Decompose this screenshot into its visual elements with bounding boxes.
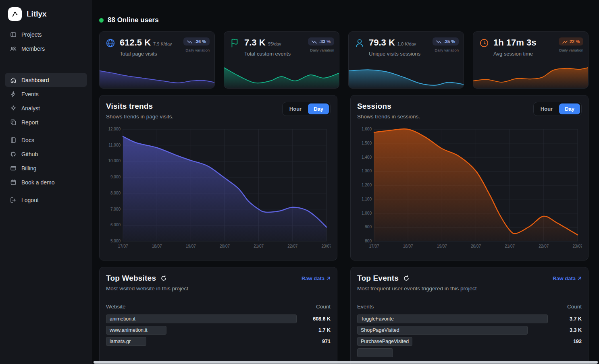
svg-text:6.000: 6.000	[110, 223, 121, 227]
panel-subtitle: Shows trends in sessions.	[357, 114, 420, 120]
raw-data-label: Raw data	[553, 275, 576, 281]
svg-text:1.200: 1.200	[362, 183, 372, 187]
sidebar-item-members[interactable]: Members	[5, 41, 87, 56]
sidebar-item-events[interactable]: Events	[5, 87, 87, 101]
stat-value: 1h 17m 3s	[493, 37, 536, 48]
row-label: www.animetion.it	[110, 327, 148, 333]
sidebar-item-label: Billing	[21, 165, 36, 172]
svg-text:900: 900	[365, 225, 372, 229]
stat-rate: 7.9 K/day	[153, 41, 172, 46]
row-bar: www.animetion.it	[106, 326, 166, 335]
sessions-sparkline	[349, 64, 464, 88]
sidebar-item-label: Dashboard	[21, 77, 49, 83]
tables-row: Top Websites Raw data Most visited websi…	[99, 267, 589, 364]
svg-text:23/07: 23/07	[572, 244, 582, 248]
panel-title: Sessions	[357, 102, 420, 111]
svg-text:22/07: 22/07	[287, 244, 297, 248]
sidebar-item-label: Events	[21, 91, 39, 97]
horizontal-scrollbar-thumb[interactable]	[94, 361, 598, 364]
sparkle-icon	[10, 105, 17, 112]
svg-text:17/07: 17/07	[118, 244, 128, 248]
sessions-chart: 8009001.0001.1001.2001.3001.4001.5001.60…	[357, 126, 582, 252]
sidebar-item-docs[interactable]: Docs	[5, 133, 87, 147]
stat-rate: 95/day	[268, 41, 281, 46]
sidebar-item-github[interactable]: Github	[5, 147, 87, 161]
table-row[interactable]: iamata.gr971	[106, 337, 331, 346]
hour-toggle-button[interactable]: Hour	[535, 103, 558, 114]
sidebar-item-label: Docs	[21, 137, 34, 143]
logout-icon	[10, 196, 17, 203]
panel-title: Visits trends	[106, 102, 173, 111]
table-row[interactable]: PurchasePageVisited192	[357, 337, 582, 346]
table-row[interactable]: ShopPageVisited3.3 K	[357, 326, 582, 335]
column-header-right: Count	[316, 304, 331, 310]
variation-label: Daily variation	[310, 48, 334, 52]
hour-toggle-button[interactable]: Hour	[284, 103, 307, 114]
table-row[interactable]: animetion.it608.6 K	[106, 314, 331, 323]
svg-text:21/07: 21/07	[505, 244, 515, 248]
svg-text:1.400: 1.400	[362, 155, 372, 159]
raw-data-link[interactable]: Raw data	[302, 275, 331, 281]
svg-text:11.000: 11.000	[108, 143, 121, 147]
table-row-partial	[357, 348, 582, 357]
row-label: ToggleFavorite	[361, 316, 394, 322]
sidebar-item-logout[interactable]: Logout	[5, 193, 87, 207]
sidebar-item-label: Analyst	[21, 105, 40, 112]
visits-interval-toggle: Hour Day	[282, 102, 331, 116]
stat-value: 612.5 K	[120, 37, 151, 48]
stat-label: Total custom events	[244, 51, 291, 57]
sessions-interval-toggle: Hour Day	[533, 102, 582, 116]
refresh-icon[interactable]	[403, 275, 410, 281]
table-row[interactable]: ToggleFavorite3.7 K	[357, 314, 582, 323]
row-bar: ToggleFavorite	[357, 314, 548, 323]
stat-card-total-custom-events: 7.3 K 95/day Total custom events -33 % D…	[224, 31, 339, 89]
sidebar-item-report[interactable]: Report	[5, 115, 87, 129]
svg-text:1.100: 1.100	[362, 197, 372, 201]
variation-value: -33 %	[319, 39, 331, 44]
sidebar-item-projects[interactable]: Projects	[5, 27, 87, 41]
svg-text:1.300: 1.300	[362, 169, 372, 173]
variation-label: Daily variation	[185, 48, 210, 52]
litlyx-logo-icon	[8, 7, 22, 21]
day-toggle-button[interactable]: Day	[308, 103, 329, 114]
svg-text:12.000: 12.000	[108, 127, 121, 131]
row-bar: ShopPageVisited	[357, 326, 528, 335]
table-row[interactable]: www.animetion.it1.7 K	[106, 326, 331, 335]
svg-text:10.000: 10.000	[108, 159, 121, 163]
svg-text:18/07: 18/07	[403, 244, 413, 248]
svg-text:1.600: 1.600	[362, 127, 372, 131]
timer-icon	[479, 38, 489, 48]
stat-label: Avg session time	[493, 51, 539, 57]
row-bar: PurchasePageVisited	[357, 337, 412, 346]
variation-value: -36 %	[194, 39, 206, 44]
sidebar-item-billing[interactable]: Billing	[5, 161, 87, 175]
day-toggle-button[interactable]: Day	[559, 103, 580, 114]
row-label: animetion.it	[110, 316, 135, 322]
arrow-up-right-icon	[326, 276, 331, 281]
sidebar-item-label: Logout	[21, 197, 39, 203]
sidebar-item-book-a-demo[interactable]: Book a demo	[5, 175, 87, 189]
row-count: 192	[573, 339, 582, 344]
svg-text:19/07: 19/07	[437, 244, 447, 248]
globe-icon	[105, 38, 116, 48]
panel-title: Top Websites	[106, 274, 156, 283]
daily-variation-badge: 22 %	[559, 37, 583, 46]
svg-text:8.000: 8.000	[110, 191, 121, 195]
daily-variation-badge: -35 %	[433, 37, 459, 46]
credit-card-icon	[10, 165, 17, 172]
sidebar-item-analyst[interactable]: Analyst	[5, 101, 87, 115]
sidebar-item-dashboard[interactable]: Dashboard	[5, 73, 87, 87]
variation-label: Daily variation	[435, 48, 459, 52]
raw-data-link[interactable]: Raw data	[553, 275, 582, 281]
daily-variation-badge: -33 %	[308, 37, 334, 46]
app-logo[interactable]: Litlyx	[5, 7, 87, 21]
calendar-icon	[10, 179, 17, 186]
projects-icon	[10, 31, 17, 38]
copy-icon	[10, 119, 17, 126]
stat-label: Total page visits	[120, 51, 172, 57]
svg-text:20/07: 20/07	[471, 244, 481, 248]
refresh-icon[interactable]	[160, 275, 167, 281]
top-websites-panel: Top Websites Raw data Most visited websi…	[99, 267, 337, 364]
column-header-right: Count	[567, 304, 582, 310]
row-count: 971	[322, 339, 331, 344]
